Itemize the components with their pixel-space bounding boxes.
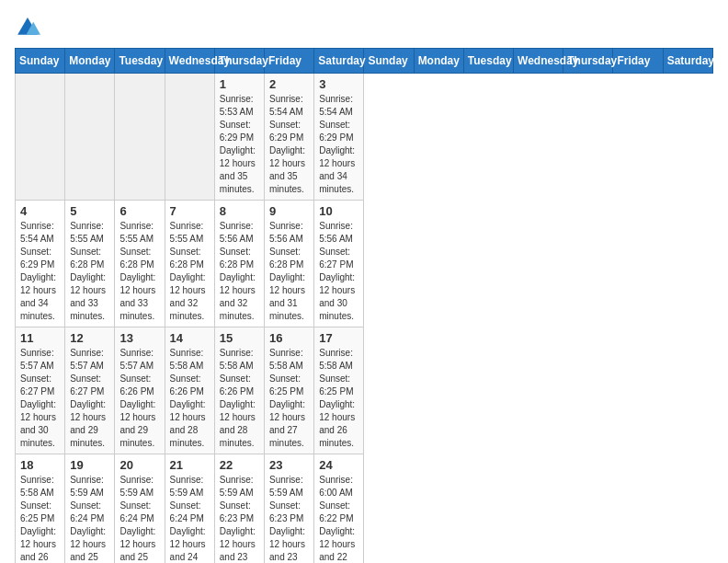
day-number: 12 xyxy=(70,331,109,345)
calendar-day-cell: 20Sunrise: 5:59 AM Sunset: 6:24 PM Dayli… xyxy=(115,454,165,564)
day-number: 2 xyxy=(269,77,309,91)
calendar-table: SundayMondayTuesdayWednesdayThursdayFrid… xyxy=(15,48,713,563)
day-info: Sunrise: 5:55 AM Sunset: 6:28 PM Dayligh… xyxy=(119,220,159,323)
calendar-header-row: SundayMondayTuesdayWednesdayThursdayFrid… xyxy=(16,49,713,74)
day-number: 16 xyxy=(269,331,309,345)
calendar-day-cell: 21Sunrise: 5:59 AM Sunset: 6:24 PM Dayli… xyxy=(165,454,214,564)
day-number: 7 xyxy=(170,204,210,218)
calendar-day-cell xyxy=(115,74,165,201)
day-info: Sunrise: 5:57 AM Sunset: 6:27 PM Dayligh… xyxy=(20,347,60,450)
day-header-monday: Monday xyxy=(65,49,115,74)
day-info: Sunrise: 5:58 AM Sunset: 6:26 PM Dayligh… xyxy=(170,347,210,450)
calendar-day-cell: 8Sunrise: 5:56 AM Sunset: 6:28 PM Daylig… xyxy=(214,201,264,327)
calendar-day-cell: 9Sunrise: 5:56 AM Sunset: 6:28 PM Daylig… xyxy=(265,201,314,327)
calendar-day-cell: 3Sunrise: 5:54 AM Sunset: 6:29 PM Daylig… xyxy=(314,74,364,201)
calendar-day-cell xyxy=(65,74,115,201)
calendar-day-cell: 10Sunrise: 5:56 AM Sunset: 6:27 PM Dayli… xyxy=(314,201,364,327)
day-info: Sunrise: 5:58 AM Sunset: 6:25 PM Dayligh… xyxy=(269,347,309,450)
day-header-sunday: Sunday xyxy=(16,49,65,74)
day-number: 23 xyxy=(269,458,309,472)
day-info: Sunrise: 5:54 AM Sunset: 6:29 PM Dayligh… xyxy=(20,220,60,323)
day-header-wednesday: Wednesday xyxy=(514,49,563,74)
calendar-day-cell: 19Sunrise: 5:59 AM Sunset: 6:24 PM Dayli… xyxy=(65,454,115,564)
calendar-day-cell: 2Sunrise: 5:54 AM Sunset: 6:29 PM Daylig… xyxy=(265,74,314,201)
calendar-day-cell: 24Sunrise: 6:00 AM Sunset: 6:22 PM Dayli… xyxy=(314,454,364,564)
page-header xyxy=(15,15,713,40)
day-info: Sunrise: 5:56 AM Sunset: 6:28 PM Dayligh… xyxy=(220,220,259,323)
day-info: Sunrise: 5:53 AM Sunset: 6:29 PM Dayligh… xyxy=(220,93,259,196)
calendar-week-row: 4Sunrise: 5:54 AM Sunset: 6:29 PM Daylig… xyxy=(16,201,713,327)
calendar-day-cell: 4Sunrise: 5:54 AM Sunset: 6:29 PM Daylig… xyxy=(16,201,65,327)
day-number: 17 xyxy=(319,331,358,345)
day-header-tuesday: Tuesday xyxy=(115,49,165,74)
calendar-day-cell: 5Sunrise: 5:55 AM Sunset: 6:28 PM Daylig… xyxy=(65,201,115,327)
calendar-day-cell: 13Sunrise: 5:57 AM Sunset: 6:26 PM Dayli… xyxy=(115,327,165,454)
day-header-tuesday: Tuesday xyxy=(463,49,513,74)
day-number: 4 xyxy=(20,204,60,218)
logo xyxy=(15,15,44,40)
day-info: Sunrise: 5:59 AM Sunset: 6:24 PM Dayligh… xyxy=(170,474,210,563)
calendar-day-cell: 1Sunrise: 5:53 AM Sunset: 6:29 PM Daylig… xyxy=(214,74,264,201)
day-header-thursday: Thursday xyxy=(214,49,264,74)
day-number: 6 xyxy=(119,204,159,218)
day-info: Sunrise: 5:59 AM Sunset: 6:24 PM Dayligh… xyxy=(119,474,159,563)
day-number: 8 xyxy=(220,204,259,218)
day-number: 9 xyxy=(269,204,309,218)
calendar-day-cell: 17Sunrise: 5:58 AM Sunset: 6:25 PM Dayli… xyxy=(314,327,364,454)
calendar-day-cell: 16Sunrise: 5:58 AM Sunset: 6:25 PM Dayli… xyxy=(265,327,314,454)
day-info: Sunrise: 5:59 AM Sunset: 6:23 PM Dayligh… xyxy=(269,474,309,563)
day-number: 11 xyxy=(20,331,60,345)
day-info: Sunrise: 5:57 AM Sunset: 6:27 PM Dayligh… xyxy=(70,347,109,450)
calendar-day-cell: 11Sunrise: 5:57 AM Sunset: 6:27 PM Dayli… xyxy=(16,327,65,454)
calendar-day-cell: 15Sunrise: 5:58 AM Sunset: 6:26 PM Dayli… xyxy=(214,327,264,454)
day-number: 18 xyxy=(20,458,60,472)
calendar-week-row: 18Sunrise: 5:58 AM Sunset: 6:25 PM Dayli… xyxy=(16,454,713,564)
day-info: Sunrise: 5:57 AM Sunset: 6:26 PM Dayligh… xyxy=(119,347,159,450)
day-info: Sunrise: 6:00 AM Sunset: 6:22 PM Dayligh… xyxy=(319,474,358,563)
day-info: Sunrise: 5:58 AM Sunset: 6:26 PM Dayligh… xyxy=(220,347,259,450)
day-number: 20 xyxy=(119,458,159,472)
day-header-thursday: Thursday xyxy=(563,49,613,74)
day-info: Sunrise: 5:59 AM Sunset: 6:24 PM Dayligh… xyxy=(70,474,109,563)
day-info: Sunrise: 5:55 AM Sunset: 6:28 PM Dayligh… xyxy=(170,220,210,323)
day-header-sunday: Sunday xyxy=(364,49,414,74)
day-info: Sunrise: 5:54 AM Sunset: 6:29 PM Dayligh… xyxy=(269,93,309,196)
day-number: 5 xyxy=(70,204,109,218)
day-number: 14 xyxy=(170,331,210,345)
calendar-day-cell: 23Sunrise: 5:59 AM Sunset: 6:23 PM Dayli… xyxy=(265,454,314,564)
calendar-day-cell: 22Sunrise: 5:59 AM Sunset: 6:23 PM Dayli… xyxy=(214,454,264,564)
day-header-friday: Friday xyxy=(265,49,314,74)
day-header-friday: Friday xyxy=(613,49,663,74)
calendar-week-row: 1Sunrise: 5:53 AM Sunset: 6:29 PM Daylig… xyxy=(16,74,713,201)
day-header-monday: Monday xyxy=(414,49,463,74)
calendar-day-cell xyxy=(165,74,214,201)
day-info: Sunrise: 5:54 AM Sunset: 6:29 PM Dayligh… xyxy=(319,93,358,196)
day-number: 10 xyxy=(319,204,358,218)
day-number: 15 xyxy=(220,331,259,345)
logo-icon xyxy=(15,15,40,40)
calendar-day-cell: 14Sunrise: 5:58 AM Sunset: 6:26 PM Dayli… xyxy=(165,327,214,454)
day-number: 3 xyxy=(319,77,358,91)
day-number: 13 xyxy=(119,331,159,345)
day-number: 24 xyxy=(319,458,358,472)
day-number: 19 xyxy=(70,458,109,472)
day-header-saturday: Saturday xyxy=(314,49,364,74)
day-info: Sunrise: 5:56 AM Sunset: 6:27 PM Dayligh… xyxy=(319,220,358,323)
day-number: 22 xyxy=(220,458,259,472)
day-number: 21 xyxy=(170,458,210,472)
day-number: 1 xyxy=(220,77,259,91)
calendar-week-row: 11Sunrise: 5:57 AM Sunset: 6:27 PM Dayli… xyxy=(16,327,713,454)
day-info: Sunrise: 5:59 AM Sunset: 6:23 PM Dayligh… xyxy=(220,474,259,563)
day-header-wednesday: Wednesday xyxy=(165,49,214,74)
calendar-day-cell: 12Sunrise: 5:57 AM Sunset: 6:27 PM Dayli… xyxy=(65,327,115,454)
day-info: Sunrise: 5:58 AM Sunset: 6:25 PM Dayligh… xyxy=(20,474,60,563)
calendar-day-cell: 18Sunrise: 5:58 AM Sunset: 6:25 PM Dayli… xyxy=(16,454,65,564)
day-info: Sunrise: 5:58 AM Sunset: 6:25 PM Dayligh… xyxy=(319,347,358,450)
day-info: Sunrise: 5:56 AM Sunset: 6:28 PM Dayligh… xyxy=(269,220,309,323)
calendar-day-cell: 6Sunrise: 5:55 AM Sunset: 6:28 PM Daylig… xyxy=(115,201,165,327)
day-info: Sunrise: 5:55 AM Sunset: 6:28 PM Dayligh… xyxy=(70,220,109,323)
day-header-saturday: Saturday xyxy=(663,49,712,74)
calendar-day-cell xyxy=(16,74,65,201)
calendar-day-cell: 7Sunrise: 5:55 AM Sunset: 6:28 PM Daylig… xyxy=(165,201,214,327)
